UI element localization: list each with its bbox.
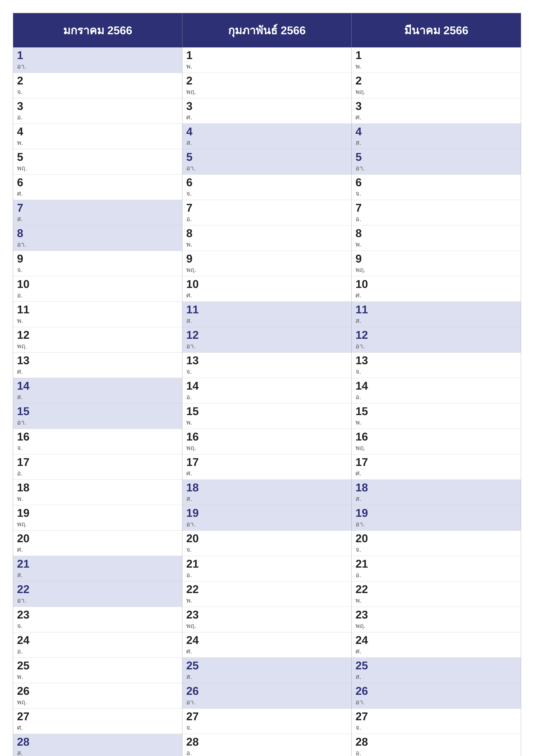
- day-name: พ.: [17, 315, 178, 326]
- day-name: พ.: [186, 417, 347, 427]
- day-name: ศ.: [17, 188, 178, 199]
- day-number: 15: [186, 406, 347, 417]
- day-cell: 5 อา.: [182, 149, 351, 175]
- day-cell: 27 ศ.: [13, 709, 182, 734]
- day-cell: 3 ศ.: [182, 98, 351, 124]
- day-name: ศ.: [186, 112, 347, 122]
- day-cell: 4 ส.: [352, 124, 521, 149]
- day-name: ส.: [355, 671, 517, 682]
- day-cell: 21 ส.: [13, 556, 182, 581]
- day-cell: 23 พฤ.: [352, 607, 521, 632]
- day-number: 26: [355, 685, 517, 696]
- day-name: จ.: [355, 544, 517, 554]
- day-name: ส.: [186, 494, 347, 504]
- day-number: 20: [17, 533, 178, 544]
- day-cell: 23 พฤ.: [182, 607, 351, 632]
- day-number: 9: [17, 253, 178, 264]
- day-name: พ.: [355, 595, 517, 606]
- day-cell: 8 พ.: [352, 226, 521, 251]
- day-cell: 22 พ.: [182, 581, 351, 607]
- day-cell: 19 อา.: [352, 505, 521, 530]
- day-cell: 16 จ.: [13, 429, 182, 454]
- day-name: จ.: [17, 87, 178, 97]
- day-name: อา.: [186, 341, 347, 351]
- day-cell: 27 จ.: [352, 709, 521, 734]
- day-cell: 6 จ.: [182, 175, 351, 200]
- day-name: จ.: [355, 188, 517, 199]
- day-name: ส.: [17, 748, 178, 756]
- day-cell: 26 อา.: [352, 683, 521, 709]
- day-name: พฤ.: [17, 697, 178, 707]
- day-cell: 14 อ.: [182, 378, 351, 403]
- day-cell: 14 ส.: [13, 378, 182, 403]
- day-name: ศ.: [186, 290, 347, 300]
- header-row: มกราคม 2566 กุมภาพันธ์ 2566 มีนาคม 2566: [13, 13, 521, 47]
- day-number: 15: [355, 406, 517, 417]
- day-cell: 28 อ.: [352, 734, 521, 756]
- day-number: 24: [186, 634, 347, 646]
- day-cell: 15 พ.: [182, 403, 351, 429]
- day-number: 14: [186, 380, 347, 392]
- day-number: 7: [17, 202, 178, 213]
- day-name: ศ.: [17, 544, 178, 554]
- day-name: จ.: [186, 188, 347, 199]
- day-number: 22: [17, 583, 178, 595]
- day-number: 7: [355, 202, 517, 213]
- day-number: 1: [17, 50, 178, 61]
- day-name: ศ.: [17, 366, 178, 376]
- day-cell: 15 พ.: [352, 403, 521, 429]
- day-name: อา.: [186, 163, 347, 173]
- day-number: 10: [17, 279, 178, 290]
- day-number: 11: [186, 304, 347, 315]
- month-header-february: กุมภาพันธ์ 2566: [182, 13, 352, 47]
- day-number: 20: [186, 533, 347, 544]
- day-name: อ.: [17, 646, 178, 656]
- day-number: 27: [17, 711, 178, 722]
- day-number: 9: [355, 253, 517, 264]
- day-name: พ.: [355, 239, 517, 249]
- day-number: 17: [186, 456, 347, 468]
- day-cell: 11 พ.: [13, 302, 182, 327]
- day-number: 3: [355, 100, 517, 112]
- day-name: ส.: [17, 570, 178, 580]
- day-number: 14: [17, 380, 178, 392]
- day-name: ศ.: [355, 290, 517, 300]
- day-name: อา.: [355, 163, 517, 173]
- day-number: 18: [17, 482, 178, 493]
- day-cell: 3 ศ.: [352, 98, 521, 124]
- day-name: อ.: [355, 214, 517, 224]
- month-column-2: 1 พ. 2 พฤ. 3 ศ. 4 ส. 5 อา. 6 จ. 7 อ. 8 พ…: [352, 47, 521, 756]
- day-name: ส.: [17, 214, 178, 224]
- day-cell: 2 พฤ.: [352, 73, 521, 98]
- day-number: 19: [186, 507, 347, 519]
- day-cell: 4 พ.: [13, 124, 182, 149]
- day-name: ศ.: [355, 112, 517, 122]
- day-number: 2: [17, 75, 178, 86]
- day-name: พ.: [17, 671, 178, 682]
- day-name: จ.: [17, 265, 178, 275]
- day-cell: 7 อ.: [182, 200, 351, 226]
- day-name: จ.: [17, 443, 178, 453]
- day-cell: 19 พฤ.: [13, 505, 182, 530]
- day-name: อ.: [186, 570, 347, 580]
- day-name: พฤ.: [355, 87, 517, 97]
- day-number: 5: [355, 151, 517, 162]
- month-column-0: 1 อา. 2 จ. 3 อ. 4 พ. 5 พฤ. 6 ศ. 7 ส. 8 อ…: [13, 47, 182, 756]
- day-cell: 14 อ.: [352, 378, 521, 403]
- day-cell: 19 อา.: [182, 505, 351, 530]
- day-name: ส.: [355, 138, 517, 148]
- day-cell: 24 อ.: [13, 632, 182, 658]
- day-cell: 2 จ.: [13, 73, 182, 98]
- month-header-march: มีนาคม 2566: [352, 13, 521, 47]
- day-number: 5: [186, 151, 347, 162]
- day-name: พ.: [186, 239, 347, 249]
- day-name: พฤ.: [186, 87, 347, 97]
- day-cell: 11 ส.: [352, 302, 521, 327]
- day-name: พ.: [17, 494, 178, 504]
- day-name: ศ.: [17, 722, 178, 733]
- day-number: 2: [186, 75, 347, 86]
- day-name: จ.: [186, 544, 347, 554]
- day-number: 10: [186, 279, 347, 290]
- day-number: 22: [186, 583, 347, 595]
- day-name: จ.: [355, 366, 517, 376]
